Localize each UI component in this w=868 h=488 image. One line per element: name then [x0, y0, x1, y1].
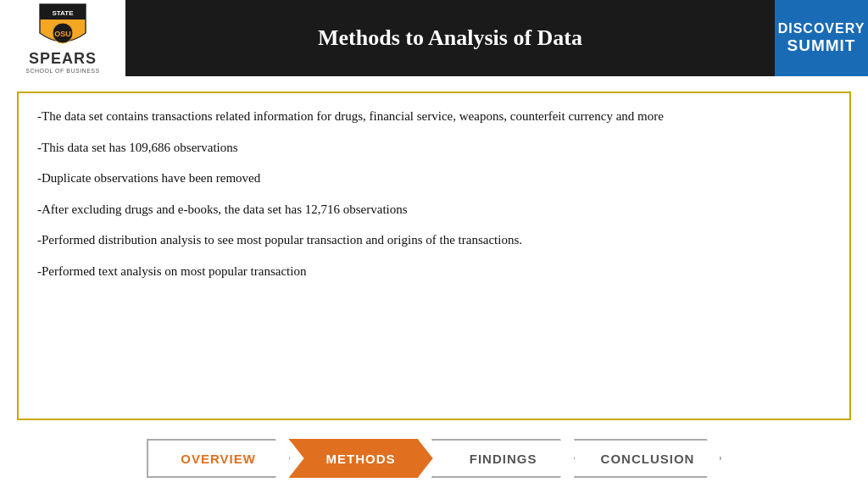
header: STATE OSU SPEARS SCHOOL OF BUSINESS Meth… [0, 0, 868, 76]
nav-item-methods[interactable]: METHODS [289, 439, 433, 478]
nav-btn-methods[interactable]: METHODS [289, 439, 433, 478]
header-title-area: Methods to Analysis of Data [125, 0, 775, 76]
main-content: -The data set contains transactions rela… [0, 76, 868, 429]
nav-item-conclusion[interactable]: CONCLUSION [574, 439, 722, 478]
bullet-1: -The data set contains transactions rela… [37, 107, 831, 126]
nav-btn-findings[interactable]: FINDINGS [431, 439, 576, 478]
footer-nav: OVERVIEW METHODS FINDINGS CONCLUSION [0, 429, 868, 488]
bullet-2: -This data set has 109,686 observations [37, 138, 831, 158]
bullet-3: -Duplicate observations have been remove… [37, 169, 831, 188]
nav-item-overview[interactable]: OVERVIEW [147, 439, 291, 478]
svg-text:STATE: STATE [52, 9, 74, 17]
badge-line1: DISCOVERY [778, 21, 865, 36]
content-box: -The data set contains transactions rela… [17, 92, 851, 420]
nav-label-methods: METHODS [326, 452, 396, 466]
nav-item-findings[interactable]: FINDINGS [431, 439, 576, 478]
school-sub: SCHOOL OF BUSINESS [25, 68, 99, 74]
bullet-5: -Performed distribution analysis to see … [37, 230, 831, 250]
school-name: SPEARS [29, 50, 97, 68]
svg-text:OSU: OSU [54, 30, 71, 38]
nav-btn-conclusion[interactable]: CONCLUSION [574, 439, 722, 478]
bullet-6: -Performed text analysis on most popular… [37, 262, 831, 281]
osu-shield-icon: STATE OSU [36, 3, 89, 50]
nav-label-findings: FINDINGS [470, 452, 537, 466]
nav-btn-overview[interactable]: OVERVIEW [147, 439, 291, 478]
osu-logo: STATE OSU [36, 3, 89, 50]
page-title: Methods to Analysis of Data [318, 25, 582, 51]
bullet-4: -After excluding drugs and e-books, the … [37, 200, 831, 219]
nav-label-conclusion: CONCLUSION [601, 452, 695, 466]
discovery-badge: DISCOVERY SUMMIT [775, 0, 868, 76]
nav-label-overview: OVERVIEW [181, 452, 256, 466]
badge-line2: SUMMIT [787, 36, 856, 55]
logo-area: STATE OSU SPEARS SCHOOL OF BUSINESS [0, 0, 125, 76]
